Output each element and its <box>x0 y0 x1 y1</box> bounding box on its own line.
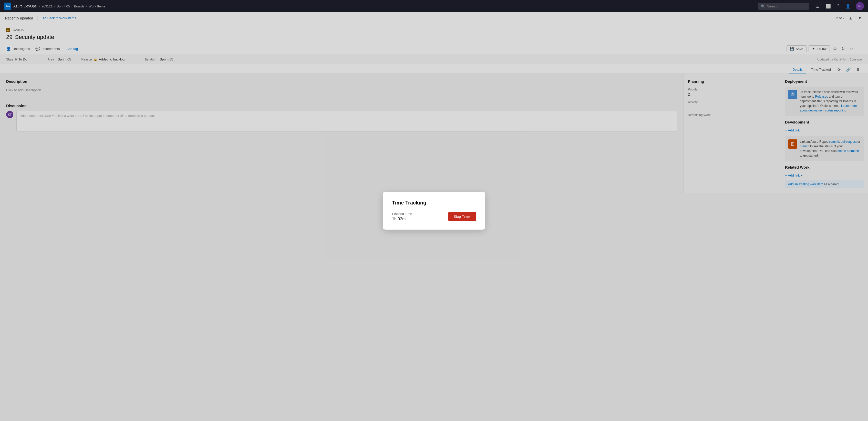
elapsed-value: 1h 02m <box>392 217 412 221</box>
elapsed-label: Elapsed Time <box>392 212 412 216</box>
modal-content-row: Elapsed Time 1h 02m Stop Timer <box>392 212 476 221</box>
modal-overlay: Time Tracking Elapsed Time 1h 02m Stop T… <box>0 0 868 421</box>
time-tracking-modal: Time Tracking Elapsed Time 1h 02m Stop T… <box>383 192 485 230</box>
modal-title: Time Tracking <box>392 200 476 206</box>
stop-timer-button[interactable]: Stop Timer <box>448 212 476 221</box>
elapsed-time-block: Elapsed Time 1h 02m <box>392 212 412 221</box>
